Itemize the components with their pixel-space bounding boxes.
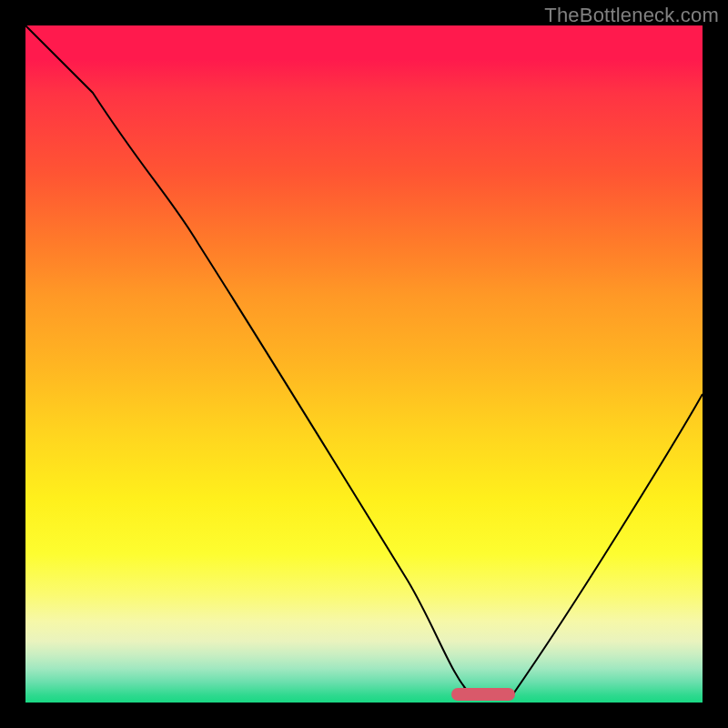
plot-svg: [25, 25, 703, 703]
chart-frame: TheBottleneck.com: [0, 0, 728, 728]
bottleneck-curve: [25, 25, 703, 695]
watermark-text: TheBottleneck.com: [544, 4, 719, 27]
optimal-range-marker: [451, 688, 515, 701]
plot-area: [25, 25, 703, 703]
